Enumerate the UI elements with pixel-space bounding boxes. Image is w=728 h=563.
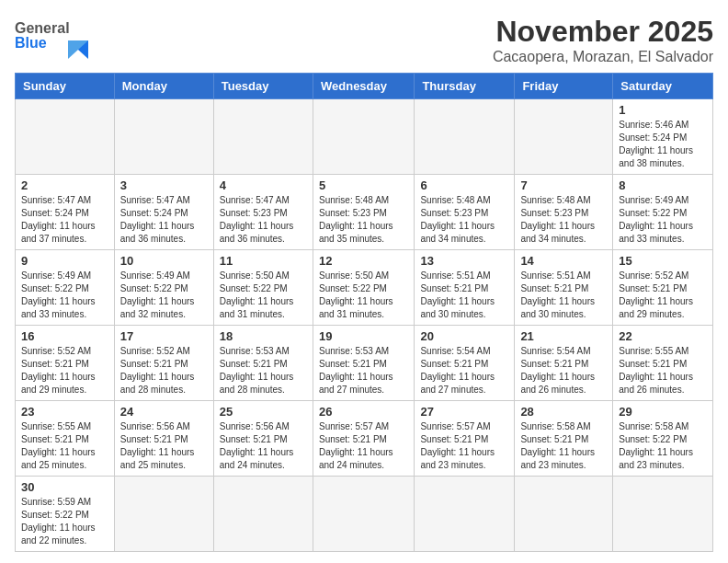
calendar-cell: 18Sunrise: 5:53 AM Sunset: 5:21 PM Dayli…	[213, 326, 313, 401]
calendar-cell: 17Sunrise: 5:52 AM Sunset: 5:21 PM Dayli…	[114, 326, 213, 401]
calendar-cell: 30Sunrise: 5:59 AM Sunset: 5:22 PM Dayli…	[16, 477, 115, 552]
calendar-cell: 6Sunrise: 5:48 AM Sunset: 5:23 PM Daylig…	[415, 175, 515, 250]
calendar-week-row: 9Sunrise: 5:49 AM Sunset: 5:22 PM Daylig…	[16, 250, 713, 326]
day-number: 2	[21, 178, 108, 192]
calendar-cell: 2Sunrise: 5:47 AM Sunset: 5:24 PM Daylig…	[16, 175, 115, 250]
day-info: Sunrise: 5:53 AM Sunset: 5:21 PM Dayligh…	[220, 345, 307, 396]
calendar-cell: 23Sunrise: 5:55 AM Sunset: 5:21 PM Dayli…	[16, 401, 115, 477]
calendar-week-row: 16Sunrise: 5:52 AM Sunset: 5:21 PM Dayli…	[16, 326, 713, 401]
day-info: Sunrise: 5:56 AM Sunset: 5:21 PM Dayligh…	[120, 420, 208, 472]
day-number: 16	[21, 329, 108, 343]
calendar-cell	[515, 99, 613, 175]
calendar-cell	[613, 477, 713, 552]
day-info: Sunrise: 5:59 AM Sunset: 5:22 PM Dayligh…	[21, 496, 108, 547]
calendar-cell: 5Sunrise: 5:48 AM Sunset: 5:23 PM Daylig…	[313, 175, 414, 250]
day-number: 19	[319, 329, 408, 343]
calendar-cell: 26Sunrise: 5:57 AM Sunset: 5:21 PM Dayli…	[313, 401, 414, 477]
day-info: Sunrise: 5:51 AM Sunset: 5:21 PM Dayligh…	[420, 270, 508, 321]
weekday-header-sunday: Sunday	[16, 74, 115, 99]
day-info: Sunrise: 5:57 AM Sunset: 5:21 PM Dayligh…	[319, 420, 408, 472]
day-info: Sunrise: 5:48 AM Sunset: 5:23 PM Dayligh…	[319, 194, 408, 246]
day-number: 3	[120, 178, 208, 192]
calendar-cell	[114, 477, 213, 552]
day-info: Sunrise: 5:57 AM Sunset: 5:21 PM Dayligh…	[420, 420, 508, 472]
day-number: 23	[21, 405, 108, 419]
day-info: Sunrise: 5:58 AM Sunset: 5:21 PM Dayligh…	[520, 420, 607, 472]
location-title: Cacaopera, Morazan, El Salvador	[493, 49, 713, 65]
day-info: Sunrise: 5:50 AM Sunset: 5:22 PM Dayligh…	[220, 270, 307, 321]
day-info: Sunrise: 5:49 AM Sunset: 5:22 PM Dayligh…	[619, 194, 707, 246]
day-number: 18	[220, 329, 307, 343]
day-number: 25	[220, 405, 307, 419]
day-number: 21	[520, 329, 607, 343]
day-number: 20	[420, 329, 508, 343]
calendar-cell: 25Sunrise: 5:56 AM Sunset: 5:21 PM Dayli…	[213, 401, 313, 477]
day-info: Sunrise: 5:52 AM Sunset: 5:21 PM Dayligh…	[21, 345, 108, 396]
calendar-cell: 21Sunrise: 5:54 AM Sunset: 5:21 PM Dayli…	[515, 326, 613, 401]
day-number: 24	[120, 405, 208, 419]
weekday-header-friday: Friday	[515, 74, 613, 99]
svg-text:General: General	[15, 20, 70, 36]
calendar-cell	[213, 99, 313, 175]
calendar-week-row: 2Sunrise: 5:47 AM Sunset: 5:24 PM Daylig…	[16, 175, 713, 250]
day-number: 7	[520, 178, 607, 192]
weekday-header-wednesday: Wednesday	[313, 74, 414, 99]
day-info: Sunrise: 5:49 AM Sunset: 5:22 PM Dayligh…	[120, 270, 208, 321]
day-number: 14	[520, 254, 607, 268]
calendar-table: SundayMondayTuesdayWednesdayThursdayFrid…	[15, 73, 713, 552]
day-number: 13	[420, 254, 508, 268]
calendar-cell: 7Sunrise: 5:48 AM Sunset: 5:23 PM Daylig…	[515, 175, 613, 250]
calendar-cell: 20Sunrise: 5:54 AM Sunset: 5:21 PM Dayli…	[415, 326, 515, 401]
day-number: 1	[619, 103, 707, 117]
calendar-cell	[415, 99, 515, 175]
calendar-cell: 9Sunrise: 5:49 AM Sunset: 5:22 PM Daylig…	[16, 250, 115, 326]
day-info: Sunrise: 5:50 AM Sunset: 5:22 PM Dayligh…	[319, 270, 408, 321]
calendar-cell: 10Sunrise: 5:49 AM Sunset: 5:22 PM Dayli…	[114, 250, 213, 326]
calendar-cell: 14Sunrise: 5:51 AM Sunset: 5:21 PM Dayli…	[515, 250, 613, 326]
calendar-cell	[114, 99, 213, 175]
day-info: Sunrise: 5:48 AM Sunset: 5:23 PM Dayligh…	[420, 194, 508, 246]
day-number: 17	[120, 329, 208, 343]
calendar-cell: 27Sunrise: 5:57 AM Sunset: 5:21 PM Dayli…	[415, 401, 515, 477]
calendar-cell: 16Sunrise: 5:52 AM Sunset: 5:21 PM Dayli…	[16, 326, 115, 401]
day-number: 6	[420, 178, 508, 192]
weekday-header-monday: Monday	[114, 74, 213, 99]
weekday-header-tuesday: Tuesday	[213, 74, 313, 99]
calendar-cell: 24Sunrise: 5:56 AM Sunset: 5:21 PM Dayli…	[114, 401, 213, 477]
day-number: 22	[619, 329, 707, 343]
day-number: 28	[520, 405, 607, 419]
day-info: Sunrise: 5:55 AM Sunset: 5:21 PM Dayligh…	[619, 345, 707, 396]
weekday-header-thursday: Thursday	[415, 74, 515, 99]
calendar-cell: 29Sunrise: 5:58 AM Sunset: 5:22 PM Dayli…	[613, 401, 713, 477]
day-number: 4	[220, 178, 307, 192]
day-info: Sunrise: 5:53 AM Sunset: 5:21 PM Dayligh…	[319, 345, 408, 396]
calendar-cell	[415, 477, 515, 552]
day-info: Sunrise: 5:55 AM Sunset: 5:21 PM Dayligh…	[21, 420, 108, 472]
day-info: Sunrise: 5:56 AM Sunset: 5:21 PM Dayligh…	[220, 420, 307, 472]
day-number: 10	[120, 254, 208, 268]
day-number: 9	[21, 254, 108, 268]
calendar-week-row: 23Sunrise: 5:55 AM Sunset: 5:21 PM Dayli…	[16, 401, 713, 477]
calendar-cell: 11Sunrise: 5:50 AM Sunset: 5:22 PM Dayli…	[213, 250, 313, 326]
calendar-cell	[515, 477, 613, 552]
day-info: Sunrise: 5:47 AM Sunset: 5:23 PM Dayligh…	[220, 194, 307, 246]
calendar-cell: 15Sunrise: 5:52 AM Sunset: 5:21 PM Dayli…	[613, 250, 713, 326]
day-info: Sunrise: 5:58 AM Sunset: 5:22 PM Dayligh…	[619, 420, 707, 472]
day-number: 12	[319, 254, 408, 268]
day-number: 27	[420, 405, 508, 419]
calendar-cell: 4Sunrise: 5:47 AM Sunset: 5:23 PM Daylig…	[213, 175, 313, 250]
day-info: Sunrise: 5:52 AM Sunset: 5:21 PM Dayligh…	[619, 270, 707, 321]
calendar-cell: 1Sunrise: 5:46 AM Sunset: 5:24 PM Daylig…	[613, 99, 713, 175]
calendar-cell: 19Sunrise: 5:53 AM Sunset: 5:21 PM Dayli…	[313, 326, 414, 401]
day-number: 11	[220, 254, 307, 268]
day-info: Sunrise: 5:46 AM Sunset: 5:24 PM Dayligh…	[619, 119, 707, 170]
calendar-week-row: 1Sunrise: 5:46 AM Sunset: 5:24 PM Daylig…	[16, 99, 713, 175]
weekday-header-saturday: Saturday	[613, 74, 713, 99]
day-info: Sunrise: 5:54 AM Sunset: 5:21 PM Dayligh…	[520, 345, 607, 396]
month-title: November 2025	[493, 15, 713, 49]
logo-svg: General Blue	[15, 15, 107, 59]
page-header: General Blue November 2025 Cacaopera, Mo…	[15, 15, 713, 65]
calendar-cell: 8Sunrise: 5:49 AM Sunset: 5:22 PM Daylig…	[613, 175, 713, 250]
day-number: 30	[21, 480, 108, 494]
day-number: 8	[619, 178, 707, 192]
